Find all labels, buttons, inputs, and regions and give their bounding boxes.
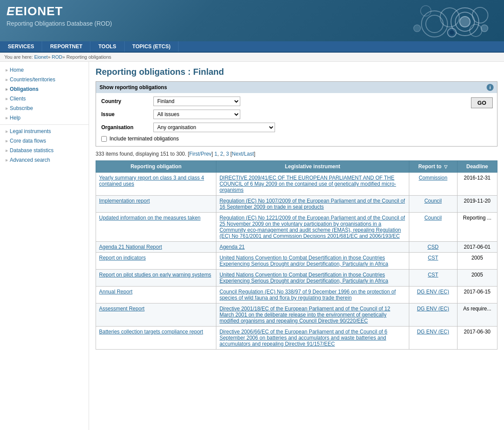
reportto-link[interactable]: DG ENV (EC)	[417, 306, 449, 312]
nav-services[interactable]: SERVICES	[0, 41, 42, 52]
obligation-link[interactable]: Agenda 21 National Report	[99, 244, 162, 250]
obligation-link[interactable]: Yearly summary report on class 3 and cla…	[99, 175, 204, 187]
sidebar-item-legal[interactable]: » Legal instruments	[0, 127, 89, 136]
sidebar-item-countries[interactable]: » Countries/territories	[0, 75, 89, 84]
table-row: Implementation report Regulation (EC) No…	[96, 196, 497, 213]
country-label: Country	[99, 95, 151, 108]
sidebar-link-clients[interactable]: Clients	[10, 96, 26, 102]
navbar: SERVICES REPORTNET TOOLS TOPICS (ETCS)	[0, 41, 504, 53]
reportto-link[interactable]: DG ENV (EC)	[417, 329, 449, 335]
pagination-first-prev[interactable]: First/Prev	[189, 151, 211, 157]
arrow-icon: »	[5, 77, 8, 82]
sidebar-item-obligations[interactable]: » Obligations	[0, 84, 89, 94]
pagination-1[interactable]: 1	[215, 151, 218, 157]
legislative-link[interactable]: Regulation (EC) No 1007/2009 of the Euro…	[219, 198, 405, 210]
reportto-link[interactable]: Council	[424, 198, 442, 204]
legislative-cell: Council Regulation (EC) No 338/97 of 9 D…	[216, 287, 409, 303]
breadcrumb-rod[interactable]: ROD	[52, 54, 62, 60]
sidebar-link-countries[interactable]: Countries/territories	[10, 77, 56, 83]
reportto-link[interactable]: Council	[424, 215, 442, 221]
legislative-link[interactable]: Council Regulation (EC) No 338/97 of 9 D…	[219, 289, 396, 301]
legislative-link[interactable]: Directive 2001/18/EC of the European Par…	[219, 306, 390, 324]
sidebar-item-advanced[interactable]: » Advanced search	[0, 155, 89, 165]
table-row: Updated information on the measures take…	[96, 213, 497, 242]
info-icon[interactable]: i	[487, 84, 494, 91]
sidebar: » Home » Countries/territories » Obligat…	[0, 62, 89, 430]
obligation-link[interactable]: Batteries collection targets compliance …	[99, 329, 203, 335]
sidebar-link-subscribe[interactable]: Subscribe	[10, 105, 33, 111]
svg-point-9	[481, 25, 488, 32]
reportto-cell: Council	[409, 196, 457, 213]
nav-topics[interactable]: TOPICS (ETCS)	[125, 41, 179, 52]
legislative-cell: Agenda 21	[216, 242, 409, 253]
legislative-cell: United Nations Convention to Combat Dese…	[216, 253, 409, 270]
issue-label: Issue	[99, 108, 151, 121]
pagination-3[interactable]: 3	[226, 151, 229, 157]
reportto-link[interactable]: Commission	[419, 175, 448, 181]
terminated-checkbox[interactable]	[101, 136, 107, 142]
content-area: Reporting obligations : Finland Show rep…	[89, 62, 504, 430]
obligation-link[interactable]: Updated information on the measures take…	[99, 215, 200, 221]
deadline-cell: 2017-06-15	[457, 287, 497, 303]
legislative-link[interactable]: Regulation (EC) No 1221/2009 of the Euro…	[219, 215, 405, 239]
reportto-link[interactable]: CSD	[428, 244, 438, 250]
sidebar-item-clients[interactable]: » Clients	[0, 94, 89, 103]
sidebar-link-legal[interactable]: Legal instruments	[10, 128, 51, 134]
header: EEIONET Reporting Obligations Database (…	[0, 0, 504, 41]
legislative-link[interactable]: United Nations Convention to Combat Dese…	[219, 272, 388, 284]
terminated-label[interactable]: Include terminated obligations	[109, 136, 179, 142]
pagination-next-last[interactable]: Next/Last	[232, 151, 254, 157]
sidebar-item-dbstats[interactable]: » Database statistics	[0, 146, 89, 155]
breadcrumb-eionet[interactable]: Eionet	[34, 54, 48, 60]
organisation-select[interactable]: Any organisation	[153, 123, 275, 132]
obligation-cell: Implementation report	[96, 196, 216, 213]
obligation-link[interactable]: Report on indicators	[99, 255, 146, 261]
table-row: Annual Report Council Regulation (EC) No…	[96, 287, 497, 303]
th-deadline: Deadline	[457, 161, 497, 173]
reportto-cell: CST	[409, 253, 457, 270]
deadline-cell: 2016-12-31	[457, 173, 497, 196]
nav-tools[interactable]: TOOLS	[90, 41, 124, 52]
obligation-cell: Assessment Report	[96, 303, 216, 327]
obligation-link[interactable]: Report on pilot studies on early warning…	[99, 272, 211, 278]
reportto-link[interactable]: CST	[428, 255, 438, 261]
reportto-link[interactable]: DG ENV (EC)	[417, 289, 449, 295]
nav-reportnet[interactable]: REPORTNET	[42, 41, 90, 52]
breadcrumb: You are here: Eionet» ROD» Reporting obl…	[0, 53, 504, 62]
pagination-2[interactable]: 2	[220, 151, 223, 157]
th-reportto[interactable]: Report to ▽	[409, 161, 457, 173]
legislative-link[interactable]: DIRECTIVE 2009/41/EC OF THE EUROPEAN PAR…	[219, 175, 396, 193]
go-button[interactable]: GO	[471, 97, 493, 108]
terminated-checkbox-row: Include terminated obligations	[99, 134, 394, 144]
breadcrumb-current: Reporting obligations	[66, 54, 111, 60]
sidebar-item-home[interactable]: » Home	[0, 65, 89, 75]
data-table: Reporting obligation Legislative instrum…	[96, 160, 497, 350]
sidebar-item-coredata[interactable]: » Core data flows	[0, 136, 89, 146]
obligation-cell: Annual Report	[96, 287, 216, 303]
obligation-link[interactable]: Implementation report	[99, 198, 150, 204]
reportto-link[interactable]: CST	[428, 272, 438, 278]
sidebar-item-help[interactable]: » Help	[0, 113, 89, 123]
legislative-link[interactable]: Agenda 21	[219, 244, 245, 250]
reportto-cell: CST	[409, 270, 457, 287]
sidebar-link-advanced[interactable]: Advanced search	[10, 157, 50, 163]
obligation-link[interactable]: Assessment Report	[99, 306, 145, 312]
legislative-cell: DIRECTIVE 2009/41/EC OF THE EUROPEAN PAR…	[216, 173, 409, 196]
arrow-icon: »	[5, 116, 8, 120]
svg-point-5	[460, 17, 470, 27]
obligation-link[interactable]: Annual Report	[99, 289, 133, 295]
sidebar-link-coredata[interactable]: Core data flows	[10, 138, 46, 144]
sidebar-link-obligations[interactable]: Obligations	[10, 86, 39, 92]
arrow-icon: »	[5, 148, 8, 153]
issue-select[interactable]: All issues	[153, 110, 240, 119]
sidebar-link-help[interactable]: Help	[10, 115, 21, 121]
sidebar-link-dbstats[interactable]: Database statistics	[10, 147, 54, 153]
th-obligation[interactable]: Reporting obligation	[96, 161, 216, 173]
sidebar-link-home[interactable]: Home	[10, 67, 24, 73]
legislative-cell: Directive 2001/18/EC of the European Par…	[216, 303, 409, 327]
legislative-link[interactable]: Directive 2006/66/EC of the European Par…	[219, 329, 387, 347]
country-select[interactable]: Finland	[153, 97, 240, 106]
legislative-link[interactable]: United Nations Convention to Combat Dese…	[219, 255, 388, 267]
svg-point-10	[414, 25, 421, 32]
sidebar-item-subscribe[interactable]: » Subscribe	[0, 103, 89, 113]
